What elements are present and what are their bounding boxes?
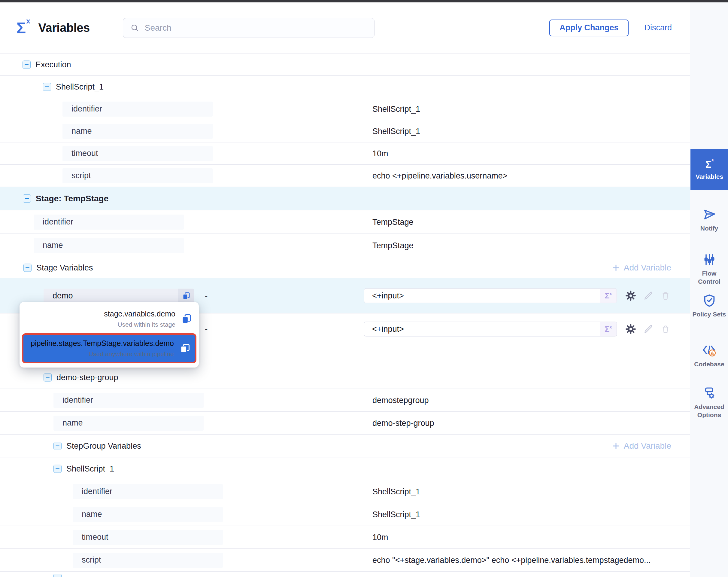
variables-sigma-icon: Σx <box>17 20 29 36</box>
variables-drawer: Σx Variables Search Apply Changes Discar… <box>0 0 728 577</box>
tree-label: Execution <box>35 60 71 69</box>
top-dark-bar <box>0 0 728 2</box>
sliders-icon <box>703 253 716 266</box>
tree-row-stage-variables[interactable]: Stage Variables Add Variable <box>0 257 690 278</box>
required-marker: - <box>205 324 208 334</box>
collapse-icon[interactable] <box>53 465 61 473</box>
variable-path-option-pipeline-selected[interactable]: pipeline.stages.TempStage.variables.demo… <box>22 333 197 363</box>
edit-variable-icon[interactable] <box>643 324 653 334</box>
variables-sigma-icon: Σx <box>705 159 713 170</box>
collapse-icon[interactable] <box>43 83 51 91</box>
property-row-timeout: timeout 10m <box>0 143 690 165</box>
tree-row-shellscript[interactable]: ShellScript_1 <box>0 76 690 98</box>
property-value: ShellScript_1 <box>372 104 420 114</box>
variable-path-option-stage[interactable]: stage.variables.demo Used within its sta… <box>22 304 197 333</box>
edit-variable-icon[interactable] <box>643 291 653 301</box>
collapse-icon[interactable] <box>23 60 31 69</box>
variable-name-value: demo <box>44 291 178 301</box>
property-row-name: name demo-step-group <box>0 412 690 434</box>
sidebar-item-flow-control[interactable]: Flow Control <box>690 252 728 285</box>
stage-title: Stage: TempStage <box>36 194 108 203</box>
tree-row-step-group[interactable]: demo-step-group <box>0 366 690 389</box>
tree-row-stage[interactable]: Stage: TempStage <box>0 187 690 210</box>
property-key: timeout <box>62 146 213 161</box>
property-row-identifier: identifier TempStage <box>0 210 690 234</box>
sidebar-item-label: Codebase <box>690 360 728 368</box>
property-value: TempStage <box>372 217 414 227</box>
property-row-script: script echo "<+stage.variables.demo>" ec… <box>0 549 690 572</box>
sidebar-item-policy-sets[interactable]: Policy Sets <box>690 293 728 318</box>
plus-icon <box>612 264 620 272</box>
add-variable-button[interactable]: Add Variable <box>612 441 671 451</box>
variable-value: <+input> <box>364 291 600 301</box>
property-value: TempStage <box>372 241 414 250</box>
tree-row-stepgroup-variables[interactable]: StepGroup Variables Add Variable <box>0 434 690 457</box>
warning-badge-icon <box>709 350 716 356</box>
variable-settings-icon[interactable] <box>625 290 636 301</box>
runtime-input-type-button[interactable]: Σx <box>600 289 617 303</box>
property-value: demostepgroup <box>372 396 429 405</box>
discard-button[interactable]: Discard <box>644 23 672 32</box>
property-row-timeout: timeout 10m <box>0 526 690 549</box>
delete-variable-icon[interactable] <box>661 324 670 334</box>
variable-value-input[interactable]: <+input> Σx <box>364 322 617 336</box>
tree-label: Stage Variables <box>36 263 93 272</box>
property-key: name <box>34 238 184 253</box>
search-placeholder: Search <box>145 23 172 33</box>
variable-name-input[interactable]: demo <box>44 289 194 303</box>
sidebar-item-codebase[interactable]: Codebase <box>690 343 728 368</box>
code-icon <box>702 343 717 358</box>
collapse-icon[interactable] <box>23 264 31 272</box>
variable-path: stage.variables.demo <box>104 309 175 318</box>
tree-row-shellscript[interactable]: ShellScript_1 <box>0 457 690 480</box>
property-row-identifier: identifier ShellScript_1 <box>0 98 690 120</box>
tree-row-execution[interactable]: Execution <box>0 53 690 76</box>
panel-header: Σx Variables Search Apply Changes Discar… <box>0 2 690 53</box>
property-value: ShellScript_1 <box>372 487 420 496</box>
variable-scope-hint: Used anywhere within pipeline <box>31 350 174 358</box>
property-key: script <box>62 168 213 183</box>
add-variable-label: Add Variable <box>624 441 671 451</box>
sidebar-item-advanced-options[interactable]: Advanced Options <box>690 386 728 419</box>
search-icon <box>130 23 139 32</box>
property-value: demo-step-group <box>372 418 434 428</box>
collapse-icon[interactable] <box>53 442 61 450</box>
collapse-icon[interactable] <box>23 195 31 203</box>
copy-variable-button[interactable] <box>178 289 194 303</box>
tree-label: ShellScript_1 <box>67 464 114 473</box>
sidebar-item-label: Policy Sets <box>690 310 728 318</box>
copy-icon <box>182 292 190 300</box>
property-value: echo "<+stage.variables.demo>" echo <+pi… <box>372 555 651 565</box>
apply-changes-button[interactable]: Apply Changes <box>549 20 629 36</box>
variable-settings-icon[interactable] <box>625 324 636 334</box>
flowchart-gear-icon <box>702 386 716 400</box>
add-variable-label: Add Variable <box>624 263 671 273</box>
sidebar-item-label: Notify <box>690 224 728 232</box>
collapse-icon[interactable] <box>44 373 52 381</box>
sidebar-item-notify[interactable]: Notify <box>690 207 728 232</box>
sidebar-item-variables[interactable]: Σx Variables <box>691 149 728 190</box>
paper-plane-icon <box>702 208 716 222</box>
property-row-script: script echo <+pipeline.variables.usernam… <box>0 165 690 187</box>
partial-next-row <box>0 572 690 577</box>
copy-path-icon[interactable] <box>180 343 190 353</box>
property-row-identifier: identifier ShellScript_1 <box>0 480 690 503</box>
variable-value-input[interactable]: <+input> Σx <box>364 288 617 303</box>
sidebar-item-label: Advanced Options <box>690 403 728 419</box>
property-key: name <box>53 416 204 431</box>
variable-path: pipeline.stages.TempStage.variables.demo <box>31 339 174 348</box>
runtime-input-type-button[interactable]: Σx <box>600 322 617 336</box>
add-variable-button[interactable]: Add Variable <box>612 263 671 273</box>
property-key: identifier <box>53 393 204 408</box>
property-key: identifier <box>73 484 223 499</box>
delete-variable-icon[interactable] <box>661 291 670 301</box>
tree-label: demo-step-group <box>56 373 118 382</box>
property-key: script <box>73 553 223 568</box>
property-row-name: name TempStage <box>0 234 690 257</box>
required-marker: - <box>205 291 208 301</box>
property-value: ShellScript_1 <box>372 510 420 519</box>
variable-value: <+input> <box>364 325 600 334</box>
search-input[interactable]: Search <box>123 18 374 38</box>
copy-path-icon[interactable] <box>181 314 191 324</box>
property-row-name: name ShellScript_1 <box>0 120 690 143</box>
